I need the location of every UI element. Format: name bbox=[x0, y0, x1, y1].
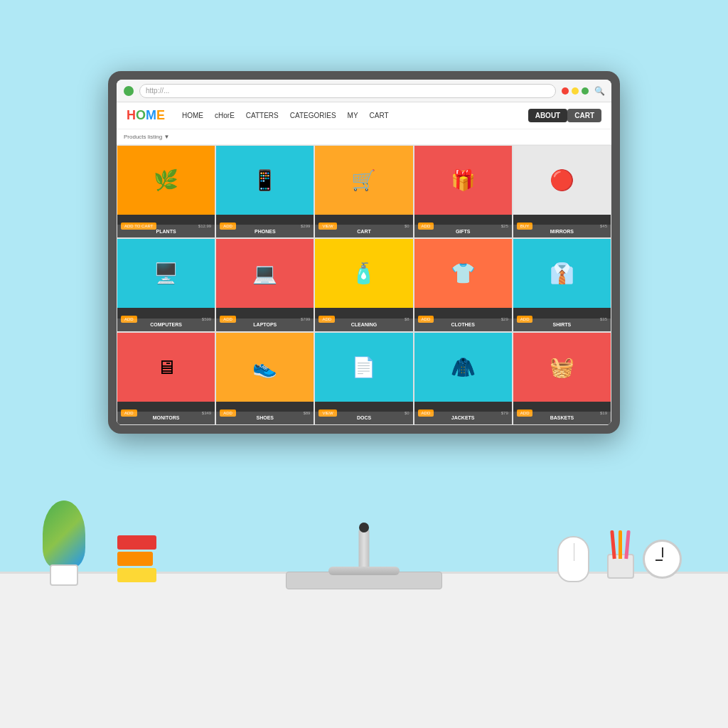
nav-chome[interactable]: cHorE bbox=[209, 112, 240, 119]
plant-decoration bbox=[43, 500, 85, 586]
product-image-14: 🧥JACKETS bbox=[414, 333, 512, 402]
site-logo[interactable]: HOME bbox=[127, 108, 165, 123]
product-image-1: 🌿PLANTS bbox=[117, 146, 215, 215]
browser-bar: http://... 🔍 bbox=[117, 80, 611, 102]
product-card-13: 📄DOCSVIEW$0 bbox=[314, 332, 413, 425]
product-card-1: 🌿PLANTSADD TO CART$12.99 bbox=[117, 145, 215, 238]
product-image-9: 👕CLOTHES bbox=[414, 239, 512, 308]
nav-home[interactable]: HOME bbox=[176, 112, 209, 119]
category-label-15: BASKETS bbox=[513, 412, 611, 424]
product-card-2: 📱PHONESADD$299 bbox=[215, 145, 314, 238]
category-label-1: PLANTS bbox=[117, 225, 215, 237]
products-header-text: Products listing ▼ bbox=[124, 134, 169, 140]
logo-h: H bbox=[127, 108, 136, 122]
nav-cart-link[interactable]: CART bbox=[364, 112, 395, 119]
nav-my[interactable]: MY bbox=[342, 112, 364, 119]
category-label-3: CART bbox=[315, 225, 412, 237]
product-image-15: 🧺BASKETS bbox=[513, 333, 611, 402]
monitor-screen: http://... 🔍 HOME HOME cHorE CATTERS CAT… bbox=[117, 80, 611, 425]
search-icon[interactable]: 🔍 bbox=[594, 86, 604, 96]
desk bbox=[0, 572, 728, 728]
product-card-8: 🧴CLEANINGADD$8 bbox=[314, 238, 413, 331]
product-image-5: 🔴MIRRORS bbox=[513, 146, 611, 215]
url-bar[interactable]: http://... bbox=[139, 84, 556, 98]
nav-categories[interactable]: CATEGORIES bbox=[284, 112, 342, 119]
product-image-10: 👔SHIRTS bbox=[513, 239, 611, 308]
browser-controls bbox=[562, 87, 589, 95]
product-card-4: 🎁GIFTSADD$25 bbox=[414, 145, 513, 238]
products-area: Products listing ▼ 🌿PLANTSADD TO CART$12… bbox=[117, 129, 611, 425]
logo-e: E bbox=[156, 108, 165, 122]
logo-m: M bbox=[146, 108, 156, 122]
product-image-7: 💻LAPTOPS bbox=[216, 239, 314, 308]
boxes-decoration bbox=[117, 535, 156, 582]
product-card-15: 🧺BASKETSADD$19 bbox=[513, 332, 611, 425]
category-label-6: COMPUTERS bbox=[117, 318, 215, 331]
product-card-14: 🧥JACKETSADD$79 bbox=[414, 332, 513, 425]
product-image-8: 🧴CLEANING bbox=[315, 239, 412, 308]
product-card-5: 🔴MIRRORSBUY$45 bbox=[513, 145, 611, 238]
cart-button[interactable]: CART bbox=[567, 109, 601, 122]
product-image-6: 🖥️COMPUTERS bbox=[117, 239, 215, 308]
website: HOME HOME cHorE CATTERS CATEGORIES MY CA… bbox=[117, 102, 611, 425]
logo-o: O bbox=[136, 108, 146, 122]
monitor-stand-base bbox=[328, 567, 400, 575]
product-card-3: 🛒CARTVIEW$0 bbox=[314, 145, 413, 238]
category-label-8: CLEANING bbox=[315, 318, 412, 331]
monitor-stand-dot bbox=[359, 523, 369, 532]
about-button[interactable]: ABOUT bbox=[528, 109, 568, 122]
browser-icon bbox=[124, 86, 134, 96]
monitor: http://... 🔍 HOME HOME cHorE CATTERS CAT… bbox=[108, 71, 620, 434]
category-label-13: DOCS bbox=[315, 412, 412, 424]
category-label-11: MONITORS bbox=[117, 412, 215, 424]
product-card-6: 🖥️COMPUTERSADD$599 bbox=[117, 238, 215, 331]
category-label-14: JACKETS bbox=[414, 412, 512, 424]
mouse bbox=[557, 536, 589, 582]
nav-catters[interactable]: CATTERS bbox=[240, 112, 284, 119]
close-dot[interactable] bbox=[562, 87, 569, 95]
product-image-12: 👟SHOES bbox=[216, 333, 314, 402]
products-grid: 🌿PLANTSADD TO CART$12.99📱PHONESADD$299🛒C… bbox=[117, 145, 611, 425]
product-image-11: 🖥MONITORS bbox=[117, 333, 215, 402]
maximize-dot[interactable] bbox=[582, 87, 589, 95]
product-card-7: 💻LAPTOPSADD$799 bbox=[215, 238, 314, 331]
category-label-9: CLOTHES bbox=[414, 318, 512, 331]
product-image-13: 📄DOCS bbox=[315, 333, 412, 402]
category-label-5: MIRRORS bbox=[513, 225, 611, 237]
product-card-11: 🖥MONITORSADD$349 bbox=[117, 332, 215, 425]
minimize-dot[interactable] bbox=[572, 87, 579, 95]
category-label-7: LAPTOPS bbox=[216, 318, 314, 331]
category-label-12: SHOES bbox=[216, 412, 314, 424]
product-image-3: 🛒CART bbox=[315, 146, 412, 215]
product-image-4: 🎁GIFTS bbox=[414, 146, 512, 215]
nav-bar: HOME HOME cHorE CATTERS CATEGORIES MY CA… bbox=[117, 102, 611, 129]
category-label-2: PHONES bbox=[216, 225, 314, 237]
product-card-10: 👔SHIRTSADD$35 bbox=[513, 238, 611, 331]
category-label-10: SHIRTS bbox=[513, 318, 611, 331]
category-label-4: GIFTS bbox=[414, 225, 512, 237]
product-image-2: 📱PHONES bbox=[216, 146, 314, 215]
url-text: http://... bbox=[146, 87, 169, 95]
pencil-cup bbox=[607, 543, 636, 579]
products-header: Products listing ▼ bbox=[117, 129, 611, 145]
clock bbox=[643, 540, 682, 579]
product-card-9: 👕CLOTHESADD$29 bbox=[414, 238, 513, 331]
product-card-12: 👟SHOESADD$89 bbox=[215, 332, 314, 425]
